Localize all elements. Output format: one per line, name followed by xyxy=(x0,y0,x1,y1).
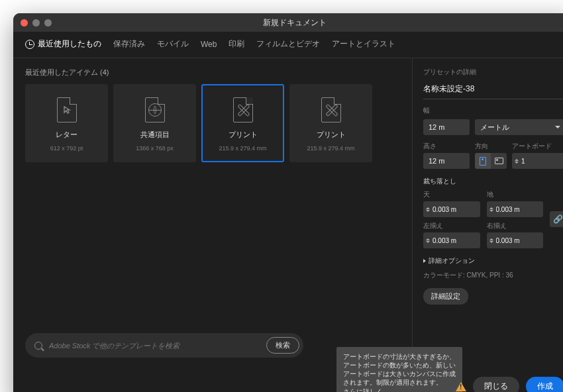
stock-search-bar: 検索 xyxy=(25,333,303,358)
chevron-down-icon xyxy=(555,126,560,128)
bleed-left-input[interactable] xyxy=(423,232,480,248)
advanced-options-toggle[interactable]: 詳細オプション xyxy=(423,256,563,266)
panel-header: プリセットの詳細 xyxy=(423,68,563,77)
card-title: レター xyxy=(56,130,77,140)
bleed-bottom-input[interactable] xyxy=(487,201,544,217)
color-mode-info: カラーモード: CMYK, PPI : 36 xyxy=(423,271,563,280)
card-title: プリント xyxy=(317,130,346,140)
footer: アートボードの寸法が大きすぎるか、アートボードの数が多いため、新しいアートボード… xyxy=(13,366,563,392)
warning-icon xyxy=(456,382,466,391)
new-document-dialog: 新規ドキュメント 最近使用したもの 保存済み モバイル Web 印刷 フィルムと… xyxy=(13,13,563,392)
unit-value: メートル xyxy=(480,122,509,132)
search-button[interactable]: 検索 xyxy=(266,337,299,354)
card-title: 共通項目 xyxy=(140,130,170,140)
search-input[interactable] xyxy=(49,342,260,350)
height-label: 高さ xyxy=(423,142,470,151)
orientation-landscape-button[interactable] xyxy=(491,153,507,169)
width-label: 幅 xyxy=(423,106,563,115)
document-icon xyxy=(145,97,165,122)
warning-tooltip: アートボードの寸法が大きすぎるか、アートボードの数が多いため、新しいアートボード… xyxy=(336,347,462,392)
card-dimensions: 1366 x 768 px xyxy=(136,145,174,152)
artboards-label: アートボード xyxy=(512,142,563,151)
orientation-portrait-button[interactable] xyxy=(475,153,491,169)
portrait-icon xyxy=(480,157,486,166)
height-input[interactable] xyxy=(423,153,470,169)
bleed-left-label: 左揃え xyxy=(423,221,480,230)
bleed-right-label: 右揃え xyxy=(487,221,544,230)
chevron-right-icon xyxy=(423,259,426,263)
stepper-down-icon[interactable] xyxy=(515,162,519,164)
card-dimensions: 215.9 x 279.4 mm xyxy=(307,145,354,152)
card-title: プリント xyxy=(229,130,258,140)
presets-area: 最近使用したアイテム (4) レター 612 x 792 pt 共通項目 136… xyxy=(13,58,412,366)
document-icon xyxy=(57,97,77,122)
recent-items-header: 最近使用したアイテム (4) xyxy=(25,68,400,77)
preset-cards: レター 612 x 792 pt 共通項目 1366 x 768 px プリント… xyxy=(25,84,400,162)
pen-ruler-icon xyxy=(237,104,249,116)
preset-name-row: 名称未設定-38 xyxy=(423,81,563,99)
unit-select[interactable]: メートル xyxy=(475,119,563,135)
tab-recent[interactable]: 最近使用したもの xyxy=(25,38,101,51)
clock-icon xyxy=(25,40,34,49)
document-icon xyxy=(321,97,341,122)
orientation-label: 方向 xyxy=(475,142,507,151)
tab-art-illustration[interactable]: アートとイラスト xyxy=(332,38,395,51)
bleed-header: 裁ち落とし xyxy=(423,177,563,186)
preset-card-print-selected[interactable]: プリント 215.9 x 279.4 mm xyxy=(201,84,284,162)
bleed-top-input[interactable] xyxy=(423,201,480,217)
stepper-up-icon[interactable] xyxy=(515,159,519,161)
preset-name[interactable]: 名称未設定-38 xyxy=(423,83,474,95)
link-bleed-button[interactable]: 🔗 xyxy=(550,211,563,227)
close-button[interactable]: 閉じる xyxy=(473,377,519,392)
tab-web[interactable]: Web xyxy=(201,40,217,50)
bleed-top-label: 天 xyxy=(423,190,480,199)
document-icon xyxy=(233,97,253,122)
titlebar: 新規ドキュメント xyxy=(13,13,563,32)
pen-ruler-icon xyxy=(325,104,337,116)
link-icon: 🔗 xyxy=(553,215,563,224)
card-dimensions: 612 x 792 pt xyxy=(50,145,83,152)
search-icon xyxy=(34,342,42,350)
globe-icon xyxy=(148,103,162,117)
tooltip-text: アートボードの寸法が大きすぎるか、アートボードの数が多いため、新しいアートボード… xyxy=(343,353,456,387)
preset-card-print[interactable]: プリント 215.9 x 279.4 mm xyxy=(289,84,372,162)
artboards-stepper[interactable] xyxy=(512,153,563,169)
width-input[interactable] xyxy=(423,119,470,135)
preset-card-common[interactable]: 共通項目 1366 x 768 px xyxy=(113,84,196,162)
category-tabs: 最近使用したもの 保存済み モバイル Web 印刷 フィルムとビデオ アートとイ… xyxy=(13,32,563,58)
preset-details-panel: プリセットの詳細 名称未設定-38 幅 メートル 高さ 方向 xyxy=(412,58,563,366)
tab-saved[interactable]: 保存済み xyxy=(113,38,145,51)
tab-mobile[interactable]: モバイル xyxy=(157,38,189,51)
window-title: 新規ドキュメント xyxy=(13,17,563,28)
bleed-bottom-label: 地 xyxy=(487,190,544,199)
advanced-settings-button[interactable]: 詳細設定 xyxy=(423,288,468,305)
bleed-right-input[interactable] xyxy=(487,232,544,248)
tab-label: 最近使用したもの xyxy=(38,38,101,50)
tooltip-learn-more-link[interactable]: さらに詳しく。 xyxy=(343,388,389,392)
preset-card-letter[interactable]: レター 612 x 792 pt xyxy=(25,84,108,162)
card-dimensions: 215.9 x 279.4 mm xyxy=(219,145,266,152)
landscape-icon xyxy=(495,158,503,164)
tab-print[interactable]: 印刷 xyxy=(229,38,244,51)
create-button[interactable]: 作成 xyxy=(526,377,563,392)
tab-film-video[interactable]: フィルムとビデオ xyxy=(256,38,320,51)
